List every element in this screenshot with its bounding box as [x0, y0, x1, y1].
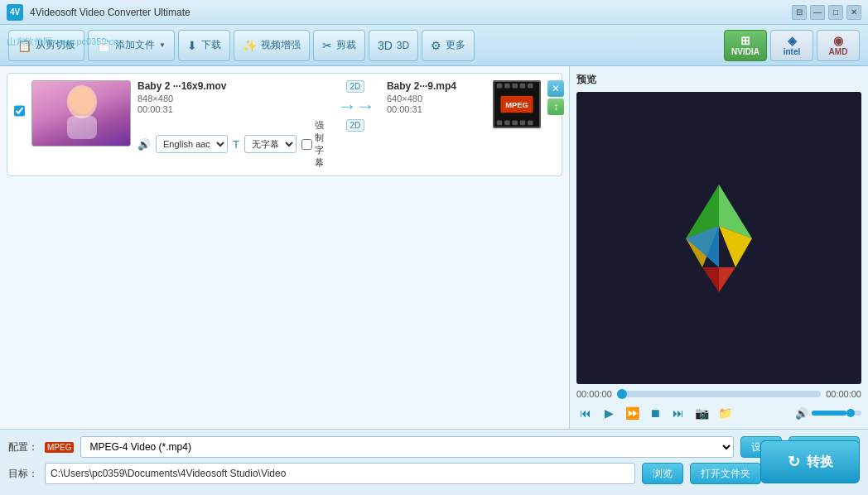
- film-reel-icon: MPEG: [494, 80, 539, 128]
- file-checkbox[interactable]: [14, 105, 25, 117]
- svg-text:MPEG: MPEG: [505, 101, 528, 109]
- time-start: 00:00:00: [576, 389, 612, 399]
- source-resolution: 848×480: [137, 94, 324, 103]
- scissors-icon: ✂: [322, 39, 332, 52]
- svg-rect-8: [528, 84, 533, 89]
- svg-marker-21: [702, 267, 719, 292]
- screenshot-button[interactable]: 📷: [692, 404, 711, 422]
- open-folder-button[interactable]: 打开文件夹: [690, 463, 761, 484]
- 3d-button[interactable]: 3D 3D: [369, 30, 418, 61]
- svg-rect-7: [520, 84, 526, 89]
- arrow-icon: →→: [337, 94, 374, 118]
- title-bar: 4V 4Videosoft Video Converter Ultimate ⊟…: [0, 0, 868, 25]
- stop-button[interactable]: ⏹: [646, 404, 664, 422]
- source-duration: 00:00:31: [137, 104, 324, 114]
- target-row: 目标： 浏览 打开文件夹 □ 合并成一个文件: [8, 463, 860, 484]
- subtitle-select[interactable]: 无字幕: [244, 135, 297, 153]
- svg-rect-12: [520, 121, 526, 126]
- clipboard-icon: 📋: [17, 39, 31, 52]
- target-format-badge: 2D: [346, 119, 365, 132]
- trim-button[interactable]: ✂ 剪裁: [313, 30, 365, 61]
- bottom-bar: 配置： MPEG MPEG-4 Video (*.mp4) 设置 应用到全部 目…: [0, 429, 868, 495]
- target-path-input[interactable]: [45, 463, 635, 484]
- intel-label: intel: [784, 47, 801, 56]
- add-file-dropdown-icon: ▼: [159, 41, 166, 49]
- add-file-label: 添加文件: [115, 38, 155, 52]
- app-title: 4Videosoft Video Converter Ultimate: [30, 7, 190, 18]
- folder-button[interactable]: 📁: [716, 404, 734, 422]
- nvidia-label: NVIDIA: [731, 47, 760, 56]
- preview-logo: [657, 176, 781, 300]
- svg-rect-4: [497, 84, 503, 89]
- config-label: 配置：: [8, 440, 38, 454]
- source-filename: Baby 2 ···16x9.mov: [137, 80, 324, 92]
- download-label: 下载: [201, 38, 221, 52]
- file-panel: Baby 2 ···16x9.mov 848×480 00:00:31 🔊 En…: [0, 66, 570, 429]
- output-thumbnail: MPEG: [493, 80, 541, 128]
- output-filename: Baby 2···9.mp4: [387, 80, 486, 92]
- force-subtitle-checkbox[interactable]: [301, 139, 312, 150]
- gpu-badges: ⊞ NVIDIA ◈ intel ◉ AMD: [724, 30, 860, 61]
- add-clipboard-button[interactable]: 📋 从剪切板: [8, 30, 84, 61]
- convert-button[interactable]: ↻ 转换: [760, 440, 860, 483]
- more-label: 更多: [446, 38, 465, 52]
- nvidia-icon: ⊞: [740, 34, 750, 47]
- download-button[interactable]: ⬇ 下载: [178, 30, 230, 61]
- title-bar-left: 4V 4Videosoft Video Converter Ultimate: [7, 4, 190, 21]
- config-mpeg-icon: MPEG: [45, 442, 74, 453]
- time-end: 00:00:00: [826, 389, 861, 399]
- item-edit-button[interactable]: ✕: [547, 80, 564, 97]
- svg-rect-11: [512, 121, 518, 126]
- trim-label: 剪裁: [336, 38, 356, 52]
- item-move-button[interactable]: ↕: [547, 99, 564, 115]
- svg-rect-10: [504, 121, 510, 126]
- add-file-button[interactable]: 📄 添加文件 ▼: [88, 30, 175, 61]
- volume-thumb[interactable]: [846, 409, 855, 417]
- enhance-icon: ✨: [243, 39, 257, 52]
- preview-screen: [576, 92, 861, 384]
- minimize-btn[interactable]: —: [810, 5, 825, 20]
- title-controls: ⊟ — □ ✕: [792, 5, 861, 20]
- convert-icon: ↻: [788, 453, 800, 471]
- target-label: 目标：: [8, 467, 38, 481]
- skip-back-button[interactable]: ⏮: [576, 404, 595, 422]
- progress-thumb[interactable]: [617, 389, 627, 399]
- more-button[interactable]: ⚙ 更多: [422, 30, 475, 61]
- item-actions: ✕ ↕: [547, 80, 564, 115]
- audio-select[interactable]: English aac: [156, 135, 228, 153]
- close-btn[interactable]: ✕: [846, 5, 861, 20]
- svg-rect-13: [528, 121, 533, 126]
- amd-badge[interactable]: ◉ AMD: [817, 30, 860, 61]
- svg-rect-9: [497, 121, 503, 126]
- fast-forward-button[interactable]: ⏩: [623, 404, 641, 422]
- preview-title: 预览: [576, 73, 861, 87]
- output-file-info: Baby 2···9.mp4 640×480 00:00:31: [387, 80, 486, 115]
- volume-bar[interactable]: [812, 411, 861, 416]
- conversion-arrow: 2D →→ 2D: [330, 80, 380, 132]
- intel-badge[interactable]: ◈ intel: [770, 30, 813, 61]
- progress-bar[interactable]: [617, 391, 821, 397]
- config-format-select[interactable]: MPEG-4 Video (*.mp4): [80, 436, 734, 458]
- audio-row: 🔊 English aac T 无字幕 强制字幕: [137, 119, 324, 169]
- app-icon: 4V: [7, 4, 23, 21]
- preview-controls: 00:00:00 00:00:00 ⏮ ▶ ⏩ ⏹ ⏭ 📷 📁 🔊: [576, 389, 861, 422]
- config-row: 配置： MPEG MPEG-4 Video (*.mp4) 设置 应用到全部: [8, 436, 860, 458]
- source-file-info: Baby 2 ···16x9.mov 848×480 00:00:31 🔊 En…: [137, 80, 324, 169]
- main-area: Baby 2 ···16x9.mov 848×480 00:00:31 🔊 En…: [0, 66, 868, 429]
- skip-forward-button[interactable]: ⏭: [669, 404, 687, 422]
- browse-button[interactable]: 浏览: [642, 463, 683, 484]
- time-row: 00:00:00 00:00:00: [576, 389, 861, 399]
- file-item: Baby 2 ···16x9.mov 848×480 00:00:31 🔊 En…: [7, 73, 562, 176]
- svg-rect-6: [512, 84, 518, 89]
- enhance-label: 视频增强: [261, 38, 301, 52]
- source-format-badge: 2D: [346, 80, 365, 93]
- play-button[interactable]: ▶: [600, 404, 618, 422]
- amd-icon: ◉: [833, 34, 843, 47]
- preview-panel: 预览 00:00:00: [570, 66, 868, 429]
- restore-btn[interactable]: □: [828, 5, 843, 20]
- force-subtitle-label[interactable]: 强制字幕: [301, 119, 324, 169]
- monitor-btn[interactable]: ⊟: [792, 5, 807, 20]
- toolbar: 📋 从剪切板 📄 添加文件 ▼ ⬇ 下载 ✨ 视频增强 ✂ 剪裁 3D 3D ⚙…: [0, 25, 868, 66]
- nvidia-badge[interactable]: ⊞ NVIDIA: [724, 30, 767, 61]
- enhance-button[interactable]: ✨ 视频增强: [234, 30, 310, 61]
